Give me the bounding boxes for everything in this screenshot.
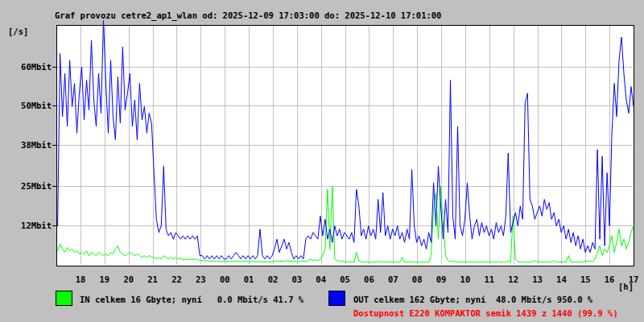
x-tick-label: 05 (336, 275, 354, 284)
x-axis-unit-label: [h] (609, 282, 634, 291)
traffic-graph-page: Graf provozu cetre2_ap1_wlan od: 2025-12… (0, 0, 644, 322)
x-tick-label: 03 (288, 275, 306, 284)
x-tick-label: 18 (72, 275, 89, 284)
x-tick-label: 04 (312, 275, 330, 284)
x-tick-label: 22 (167, 275, 185, 284)
y-tick-label: 25Mbit (6, 181, 52, 191)
availability-status-text: Dostupnost E220 KOMPAKTOR semik 1439 z 1… (353, 308, 618, 319)
x-tick-label: 20 (120, 275, 138, 284)
legend-out-swatch (328, 291, 345, 306)
x-tick-label: 07 (384, 275, 402, 284)
x-tick-label: 00 (216, 275, 233, 284)
x-tick-label: 13 (529, 275, 547, 284)
x-tick-label: 06 (360, 275, 378, 284)
x-tick-label: 19 (96, 275, 114, 284)
x-tick-label: 08 (408, 275, 426, 284)
x-tick-label: 01 (240, 275, 258, 284)
x-tick-label: 21 (144, 275, 162, 284)
x-tick-label: 09 (432, 275, 450, 284)
x-tick-label: 11 (481, 275, 498, 284)
legend-in-swatch (56, 291, 72, 306)
y-tick-label: 12Mbit (6, 221, 52, 230)
x-tick-label: 02 (264, 275, 282, 284)
x-tick-label: 12 (505, 275, 522, 284)
x-tick-label: 15 (576, 275, 594, 284)
legend-out-label: OUT celkem 162 Gbyte; nyní 48.0 Mbit/s 9… (353, 295, 592, 305)
x-tick-label: 14 (552, 275, 570, 284)
y-tick-label: 38Mbit (6, 140, 52, 150)
y-tick-label: 60Mbit (6, 62, 52, 72)
traffic-chart (0, 0, 644, 322)
x-tick-label: 10 (456, 275, 474, 284)
y-tick-label: 50Mbit (6, 101, 52, 110)
legend-in-label: IN celkem 16 Gbyte; nyní 0.0 Mbit/s 41.7… (80, 295, 303, 305)
x-tick-label: 23 (192, 275, 209, 284)
